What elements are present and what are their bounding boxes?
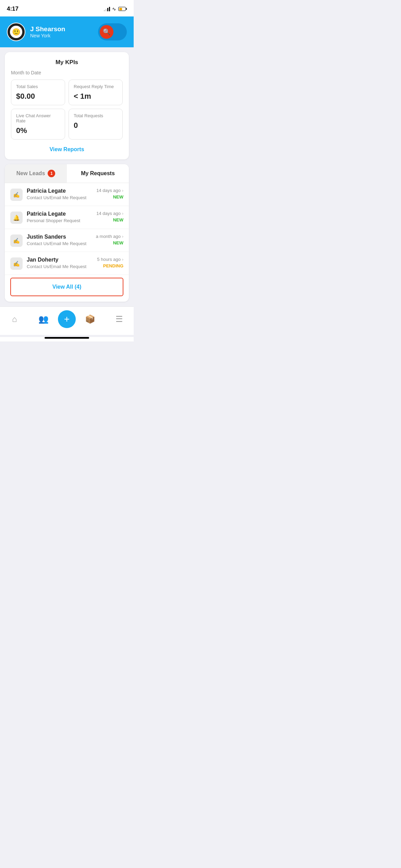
user-location: New York — [30, 33, 65, 38]
lead-name-1: Patricia Legate — [27, 211, 92, 217]
chevron-icon-3: › — [122, 257, 123, 262]
total-requests-value: 0 — [74, 121, 118, 130]
lead-status-1: NEW — [96, 217, 123, 222]
bell-icon-1: 🔔 — [10, 212, 23, 224]
reply-time-value: < 1m — [74, 92, 118, 101]
kpi-card: My KPIs Month to Date Total Sales $0.00 … — [5, 52, 129, 159]
lead-name-2: Justin Sanders — [27, 234, 92, 240]
chat-icon-2: ✍ — [10, 234, 23, 247]
kpi-total-sales: Total Sales $0.00 — [11, 80, 65, 105]
kpi-grid: Total Sales $0.00 Request Reply Time < 1… — [11, 80, 123, 140]
lead-content-1: Patricia Legate Personal Shopper Request — [27, 211, 92, 223]
signal-bar-3 — [107, 8, 108, 11]
add-icon: + — [64, 314, 70, 324]
kpi-total-requests: Total Requests 0 — [69, 109, 123, 140]
chat-icon-3: ✍ — [10, 257, 23, 270]
chevron-icon-0: › — [122, 188, 123, 193]
lead-time-0: 14 days ago › — [96, 188, 123, 193]
kpi-period: Month to Date — [11, 70, 123, 75]
lead-type-2: Contact Us/Email Me Request — [27, 241, 92, 246]
total-requests-label: Total Requests — [74, 113, 118, 118]
chevron-icon-1: › — [122, 211, 123, 216]
lead-meta-1: 14 days ago › NEW — [96, 211, 123, 222]
leads-card: New Leads 1 My Requests ✍ Patricia Legat… — [5, 164, 129, 302]
home-icon: ⌂ — [12, 314, 17, 324]
home-indicator-container — [0, 337, 134, 341]
lead-item-1[interactable]: 🔔 Patricia Legate Personal Shopper Reque… — [5, 206, 129, 229]
chat-icon-0: ✍ — [10, 189, 23, 201]
lead-meta-2: a month ago › NEW — [96, 234, 123, 245]
new-leads-badge: 1 — [48, 170, 55, 177]
lead-name-3: Jan Doherty — [27, 257, 93, 263]
total-sales-label: Total Sales — [16, 84, 60, 89]
lead-time-1: 14 days ago › — [96, 211, 123, 216]
search-button[interactable]: 🔍 — [100, 25, 113, 39]
kpi-title: My KPIs — [11, 59, 123, 66]
signal-bar-2 — [106, 9, 107, 11]
lead-type-3: Contact Us/Email Me Request — [27, 264, 93, 269]
toggle-off-area — [113, 25, 125, 39]
user-info: J Shearson New York — [30, 25, 65, 38]
lead-time-3: 5 hours ago › — [97, 257, 123, 262]
header-right: 🔍 — [98, 23, 127, 40]
lead-meta-0: 14 days ago › NEW — [96, 188, 123, 200]
tab-my-requests[interactable]: My Requests — [67, 164, 129, 183]
status-time: 4:17 — [7, 5, 19, 12]
my-requests-label: My Requests — [81, 170, 115, 177]
nav-people[interactable]: 👥 — [29, 314, 58, 324]
wifi-icon: ∿ — [112, 6, 116, 12]
signal-icon — [104, 7, 110, 11]
box-icon: 📦 — [85, 314, 95, 324]
lead-status-0: NEW — [96, 194, 123, 200]
header-left: 🙂 J Shearson New York — [7, 23, 65, 41]
search-toggle[interactable]: 🔍 — [98, 23, 127, 40]
tab-new-leads[interactable]: New Leads 1 — [5, 164, 67, 183]
bottom-nav: ⌂ 👥 + 📦 ☰ — [0, 306, 134, 335]
live-chat-value: 0% — [16, 126, 60, 135]
chevron-icon-2: › — [122, 234, 123, 239]
home-indicator — [45, 337, 89, 339]
status-icons: ∿ — [104, 6, 127, 12]
lead-meta-3: 5 hours ago › PENDING — [97, 257, 123, 268]
lead-type-1: Personal Shopper Request — [27, 218, 92, 223]
tabs: New Leads 1 My Requests — [5, 164, 129, 183]
total-sales-value: $0.00 — [16, 92, 60, 101]
nav-add-button[interactable]: + — [58, 310, 76, 328]
view-all-button[interactable]: View All (4) — [10, 278, 123, 296]
menu-icon: ☰ — [116, 314, 123, 324]
lead-item-3[interactable]: ✍ Jan Doherty Contact Us/Email Me Reques… — [5, 252, 129, 275]
search-icon: 🔍 — [103, 28, 110, 36]
lead-name-0: Patricia Legate — [27, 188, 92, 194]
nav-home[interactable]: ⌂ — [0, 314, 29, 324]
live-chat-label: Live Chat Answer Rate — [16, 113, 60, 123]
view-reports-button[interactable]: View Reports — [11, 145, 123, 154]
header: 🙂 J Shearson New York 🔍 — [0, 16, 134, 47]
lead-type-0: Contact Us/Email Me Request — [27, 195, 92, 200]
kpi-live-chat: Live Chat Answer Rate 0% — [11, 109, 65, 140]
lead-item-2[interactable]: ✍ Justin Sanders Contact Us/Email Me Req… — [5, 229, 129, 252]
people-icon: 👥 — [38, 314, 49, 324]
signal-bar-1 — [104, 10, 105, 11]
status-bar: 4:17 ∿ — [0, 0, 134, 16]
lead-status-2: NEW — [96, 240, 123, 245]
lead-status-3: PENDING — [97, 263, 123, 268]
lead-content-0: Patricia Legate Contact Us/Email Me Requ… — [27, 188, 92, 200]
reply-time-label: Request Reply Time — [74, 84, 118, 89]
lead-content-3: Jan Doherty Contact Us/Email Me Request — [27, 257, 93, 269]
lead-time-2: a month ago › — [96, 234, 123, 239]
battery-icon — [118, 7, 127, 11]
lead-item-0[interactable]: ✍ Patricia Legate Contact Us/Email Me Re… — [5, 183, 129, 206]
new-leads-label: New Leads — [16, 170, 45, 177]
nav-box[interactable]: 📦 — [76, 314, 105, 324]
user-name: J Shearson — [30, 25, 65, 33]
kpi-reply-time: Request Reply Time < 1m — [69, 80, 123, 105]
signal-bar-4 — [109, 7, 110, 11]
nav-menu[interactable]: ☰ — [105, 314, 134, 324]
lead-content-2: Justin Sanders Contact Us/Email Me Reque… — [27, 234, 92, 246]
avatar: 🙂 — [7, 23, 25, 41]
